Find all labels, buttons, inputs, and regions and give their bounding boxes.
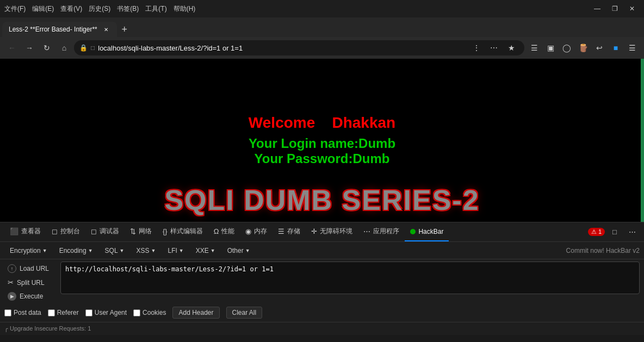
menu-file[interactable]: 文件(F) — [4, 4, 26, 14]
devtools-more-button[interactable]: ⋯ — [624, 225, 640, 240]
undo-icon[interactable]: ↩ — [592, 40, 607, 55]
hackbar-menu-encryption[interactable]: Encryption ▼ — [4, 245, 53, 256]
memory-icon: ◉ — [245, 227, 251, 235]
xss-chevron: ▼ — [151, 248, 156, 253]
hackbar-menu-lfi[interactable]: LFI ▼ — [162, 245, 189, 256]
storage-label: 存储 — [287, 227, 300, 236]
sqli-banner: SQLI DUMB SERIES-2 — [164, 184, 479, 216]
xxe-label: XXE — [196, 247, 209, 254]
sql-label: SQL — [105, 247, 118, 254]
hackbar-footer: Post data Referer User Agent Cookies Add… — [0, 304, 644, 322]
cookies-checkbox-label[interactable]: Cookies — [133, 309, 166, 316]
inspector-label: 查看器 — [21, 227, 41, 236]
tab-bar: Less-2 **Error Based- Intiger** ✕ + — [0, 17, 644, 37]
toolbar-right: ☰ ▣ ◯ 🪵 ↩ ■ ☰ — [527, 40, 640, 55]
bookmark-star-icon[interactable]: ★ — [504, 40, 519, 55]
split-url-button[interactable]: ✂ Split URL — [4, 277, 56, 288]
connection-icon: □ — [91, 44, 95, 52]
minimize-button[interactable]: — — [590, 1, 605, 16]
reload-button[interactable]: ↻ — [39, 40, 54, 55]
post-data-label: Post data — [14, 309, 41, 316]
devtools-tab-console[interactable]: ◻ 控制台 — [46, 222, 85, 241]
tab-close-button[interactable]: ✕ — [102, 25, 110, 34]
hackbar-menu-xxe[interactable]: XXE ▼ — [190, 245, 221, 256]
home-button[interactable]: ⌂ — [57, 40, 72, 55]
hackbar-url-input[interactable]: http://localhost/sqli-labs-master/Less-2… — [60, 262, 640, 294]
browser-content: Welcome Dhakkan Your Login name:Dumb You… — [0, 59, 644, 222]
hackbar-menu-other[interactable]: Other ▼ — [222, 245, 256, 256]
console-icon: ◻ — [52, 227, 58, 235]
encoding-label: Encoding — [59, 247, 86, 254]
more-icon[interactable]: ⋯ — [486, 40, 501, 55]
extensions-icon[interactable]: 🪵 — [575, 40, 591, 55]
hackbar-menu-encoding[interactable]: Encoding ▼ — [54, 245, 98, 256]
devtools-tab-storage[interactable]: ☰ 存储 — [273, 222, 306, 241]
back-button[interactable]: ← — [4, 40, 20, 55]
hackbar-menu-bar: Encryption ▼ Encoding ▼ SQL ▼ XSS ▼ LFI … — [0, 242, 644, 259]
load-url-label: Load URL — [20, 265, 49, 272]
devtools-tab-accessibility[interactable]: ✛ 无障碍环境 — [306, 222, 358, 241]
post-data-checkbox[interactable] — [4, 309, 11, 316]
application-label: 应用程序 — [373, 227, 399, 236]
devtools-dock-button[interactable]: □ — [607, 225, 622, 240]
titlebar-menus: 文件(F) 编辑(E) 查看(V) 历史(S) 书签(B) 工具(T) 帮助(H… — [4, 4, 195, 14]
menu-edit[interactable]: 编辑(E) — [32, 4, 54, 14]
commit-version: HackBar v2 — [606, 247, 640, 254]
menu-history[interactable]: 历史(S) — [89, 4, 110, 14]
devtools-tab-inspector[interactable]: ⬛ 查看器 — [4, 222, 46, 241]
load-url-icon: ↑ — [8, 264, 16, 273]
lfi-label: LFI — [168, 247, 177, 254]
debugger-label: 调试器 — [100, 227, 119, 236]
inspector-icon: ⬛ — [10, 227, 18, 235]
tabs-icon[interactable]: ▣ — [543, 40, 558, 55]
devtools-tab-memory[interactable]: ◉ 内存 — [240, 222, 273, 241]
forward-button[interactable]: → — [22, 40, 37, 55]
grid-icon[interactable]: ⋮ — [469, 40, 484, 55]
url-input[interactable] — [98, 44, 466, 52]
add-header-button[interactable]: Add Header — [172, 307, 219, 319]
menu-view[interactable]: 查看(V) — [60, 4, 82, 14]
network-label: 网络 — [139, 227, 152, 236]
referer-label: Referer — [57, 309, 79, 316]
account-icon[interactable]: ◯ — [559, 40, 574, 55]
collections-icon[interactable]: ☰ — [527, 40, 542, 55]
other-label: Other — [227, 247, 244, 254]
debugger-icon: ◻ — [91, 227, 97, 235]
menu-help[interactable]: 帮助(H) — [174, 4, 196, 14]
accessibility-icon: ✛ — [311, 227, 317, 235]
scroll-bar[interactable] — [641, 59, 644, 222]
hackbar-menu-sql[interactable]: SQL ▼ — [100, 245, 130, 256]
new-tab-button[interactable]: + — [117, 22, 132, 37]
commit-text: Commit now! — [566, 247, 604, 254]
close-button[interactable]: ✕ — [624, 1, 640, 16]
menu-bookmarks[interactable]: 书签(B) — [117, 4, 139, 14]
referer-checkbox-label[interactable]: Referer — [48, 309, 79, 316]
puzzle-icon[interactable]: ■ — [608, 40, 623, 55]
referer-checkbox[interactable] — [48, 309, 55, 316]
execute-button[interactable]: ▶ Execute — [4, 290, 56, 302]
load-url-button[interactable]: ↑ Load URL — [4, 263, 56, 275]
devtools-tab-style-editor[interactable]: {} 样式编辑器 — [157, 222, 208, 241]
user-agent-checkbox-label[interactable]: User Agent — [85, 309, 127, 316]
maximize-button[interactable]: ❐ — [607, 1, 622, 16]
cookies-checkbox[interactable] — [133, 309, 140, 316]
cookies-label: Cookies — [143, 309, 166, 316]
menu-tools[interactable]: 工具(T) — [145, 4, 166, 14]
post-data-checkbox-label[interactable]: Post data — [4, 309, 41, 316]
memory-label: 内存 — [254, 227, 267, 236]
user-agent-checkbox[interactable] — [85, 309, 92, 316]
tab-less2[interactable]: Less-2 **Error Based- Intiger** ✕ — [2, 22, 117, 37]
devtools-tab-debugger[interactable]: ◻ 调试器 — [85, 222, 125, 241]
login-name-display: Your Login name:Dumb — [249, 136, 395, 151]
devtools-tab-network[interactable]: ⇅ 网络 — [125, 222, 157, 241]
devtools-tab-hackbar[interactable]: HackBar — [405, 222, 449, 241]
menu-icon[interactable]: ☰ — [624, 40, 640, 55]
split-url-label: Split URL — [17, 279, 45, 287]
hackbar-menu-xss[interactable]: XSS ▼ — [131, 245, 162, 256]
error-badge: ⚠ 1 — [588, 228, 605, 236]
devtools-tab-application[interactable]: ⋯ 应用程序 — [358, 222, 405, 241]
devtools-tab-performance[interactable]: Ω 性能 — [208, 222, 240, 241]
clear-all-button[interactable]: Clear All — [226, 307, 263, 319]
titlebar: 文件(F) 编辑(E) 查看(V) 历史(S) 书签(B) 工具(T) 帮助(H… — [0, 0, 644, 17]
style-editor-icon: {} — [163, 227, 168, 235]
